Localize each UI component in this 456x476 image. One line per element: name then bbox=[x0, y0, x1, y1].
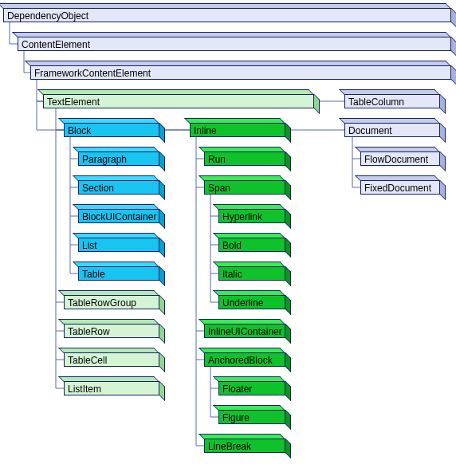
class-node-DependencyObject: DependencyObject bbox=[3, 3, 456, 22]
node-front-face: Run bbox=[204, 151, 285, 166]
class-label: Block bbox=[68, 125, 91, 136]
class-node-Paragraph: Paragraph bbox=[78, 147, 164, 166]
class-node-ListItem: ListItem bbox=[64, 376, 164, 395]
class-label: Table bbox=[82, 269, 105, 280]
class-label: LineBreak bbox=[208, 441, 251, 452]
class-node-Table: Table bbox=[78, 262, 164, 281]
node-top-face bbox=[213, 204, 285, 210]
node-front-face: TableColumn bbox=[344, 94, 440, 108]
node-front-face: TableCell bbox=[64, 352, 159, 367]
class-node-LineBreak: LineBreak bbox=[204, 434, 290, 453]
class-label: TableColumn bbox=[348, 96, 404, 108]
class-label: Section bbox=[82, 183, 114, 194]
class-label: FrameworkContentElement bbox=[34, 68, 151, 79]
node-top-face bbox=[73, 175, 159, 181]
node-front-face: LineBreak bbox=[204, 439, 285, 453]
class-node-Run: Run bbox=[204, 147, 290, 166]
node-side-face bbox=[159, 238, 165, 258]
class-label: Italic bbox=[222, 269, 242, 280]
node-front-face: InlineUIContainer bbox=[204, 324, 285, 338]
node-front-face: List bbox=[78, 238, 159, 252]
node-top-face bbox=[339, 118, 440, 124]
node-top-face bbox=[213, 405, 285, 411]
class-label: Floater bbox=[222, 384, 252, 395]
node-side-face bbox=[285, 410, 291, 430]
node-top-face bbox=[58, 290, 159, 296]
class-node-TableColumn: TableColumn bbox=[344, 89, 445, 108]
node-front-face: Underline bbox=[218, 295, 285, 309]
node-top-face bbox=[199, 319, 285, 325]
node-side-face bbox=[314, 94, 320, 114]
node-side-face bbox=[285, 266, 291, 286]
node-top-face bbox=[37, 89, 314, 95]
class-node-TableRowGroup: TableRowGroup bbox=[64, 290, 164, 309]
node-front-face: Inline bbox=[190, 123, 285, 137]
class-label: FlowDocument bbox=[364, 154, 428, 165]
node-side-face bbox=[159, 381, 165, 401]
node-front-face: Bold bbox=[218, 238, 285, 252]
class-label: Inline bbox=[194, 125, 217, 136]
class-label: Figure bbox=[222, 412, 250, 423]
node-front-face: FixedDocument bbox=[360, 180, 440, 195]
node-top-face bbox=[355, 147, 440, 152]
class-node-TableRow: TableRow bbox=[64, 319, 164, 338]
node-side-face bbox=[159, 295, 165, 315]
node-side-face bbox=[451, 8, 456, 28]
node-side-face bbox=[440, 180, 446, 200]
class-hierarchy-diagram: DependencyObjectContentElementFrameworkC… bbox=[0, 0, 456, 476]
class-label: List bbox=[82, 240, 97, 251]
class-node-TableCell: TableCell bbox=[64, 348, 164, 367]
node-top-face bbox=[213, 233, 285, 238]
node-top-face bbox=[58, 118, 159, 124]
node-front-face: ListItem bbox=[64, 381, 159, 395]
class-label: AnchoredBlock bbox=[208, 355, 273, 366]
class-node-Underline: Underline bbox=[218, 290, 290, 309]
class-node-BlockUIContainer: BlockUIContainer bbox=[78, 204, 164, 223]
class-node-Bold: Bold bbox=[218, 233, 290, 252]
node-side-face bbox=[451, 37, 456, 57]
node-top-face bbox=[355, 175, 440, 181]
node-top-face bbox=[73, 233, 159, 238]
node-top-face bbox=[0, 3, 451, 9]
class-label: InlineUIContainer bbox=[208, 326, 282, 337]
class-node-InlineUIContainer: InlineUIContainer bbox=[204, 319, 290, 338]
node-side-face bbox=[285, 352, 291, 372]
class-label: Span bbox=[208, 183, 230, 194]
class-label: ContentElement bbox=[22, 39, 90, 50]
node-front-face: FrameworkContentElement bbox=[30, 65, 451, 80]
class-node-ContentElement: ContentElement bbox=[18, 32, 456, 51]
node-top-face bbox=[58, 319, 159, 325]
class-label: ListItem bbox=[68, 384, 101, 395]
node-front-face: Hyperlink bbox=[218, 209, 285, 223]
class-label: Run bbox=[208, 154, 226, 165]
node-front-face: Table bbox=[78, 266, 159, 281]
class-node-Inline: Inline bbox=[190, 118, 290, 137]
node-side-face bbox=[440, 94, 446, 114]
node-side-face bbox=[451, 65, 456, 85]
node-top-face bbox=[58, 376, 159, 382]
node-front-face: Section bbox=[78, 180, 159, 195]
node-side-face bbox=[159, 266, 165, 286]
node-top-face bbox=[213, 376, 285, 382]
node-side-face bbox=[285, 123, 291, 143]
node-front-face: TableRow bbox=[64, 324, 159, 338]
connector-lines bbox=[0, 0, 456, 476]
class-label: TableCell bbox=[68, 355, 107, 366]
node-top-face bbox=[199, 434, 285, 439]
class-label: TextElement bbox=[47, 96, 100, 108]
node-front-face: TextElement bbox=[43, 94, 314, 108]
node-top-face bbox=[73, 147, 159, 152]
node-front-face: ContentElement bbox=[18, 37, 451, 51]
node-side-face bbox=[285, 209, 291, 229]
class-node-FixedDocument: FixedDocument bbox=[360, 175, 445, 195]
class-label: BlockUIContainer bbox=[82, 211, 156, 222]
node-top-face bbox=[213, 290, 285, 296]
class-label: Bold bbox=[222, 240, 242, 251]
node-front-face: FlowDocument bbox=[360, 151, 440, 166]
node-top-face bbox=[73, 204, 159, 210]
node-side-face bbox=[159, 123, 165, 143]
node-top-face bbox=[199, 175, 285, 181]
node-front-face: Paragraph bbox=[78, 151, 159, 166]
node-front-face: Block bbox=[64, 123, 159, 137]
class-node-Figure: Figure bbox=[218, 405, 290, 424]
